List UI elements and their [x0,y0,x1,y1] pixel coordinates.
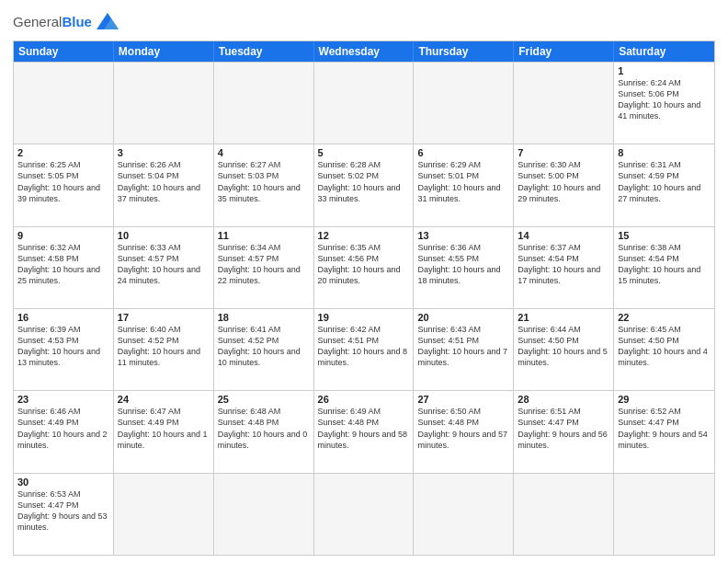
header-day-monday: Monday [114,41,214,62]
day-info: Sunrise: 6:29 AM Sunset: 5:01 PM Dayligh… [417,159,509,204]
day-info: Sunrise: 6:37 AM Sunset: 4:54 PM Dayligh… [518,242,609,287]
day-number: 18 [218,312,310,323]
day-number: 15 [618,230,711,241]
day-info: Sunrise: 6:42 AM Sunset: 4:51 PM Dayligh… [318,324,410,369]
day-info: Sunrise: 6:26 AM Sunset: 5:04 PM Dayligh… [118,159,210,204]
calendar-cell-12: 12Sunrise: 6:35 AM Sunset: 4:56 PM Dayli… [314,227,415,308]
day-info: Sunrise: 6:27 AM Sunset: 5:03 PM Dayligh… [218,159,310,204]
calendar-cell-13: 13Sunrise: 6:36 AM Sunset: 4:55 PM Dayli… [414,227,514,308]
calendar-cell-empty [414,63,514,144]
calendar-cell-10: 10Sunrise: 6:33 AM Sunset: 4:57 PM Dayli… [114,227,214,308]
calendar-cell-6: 6Sunrise: 6:29 AM Sunset: 5:01 PM Daylig… [414,144,514,225]
calendar-row-4: 16Sunrise: 6:39 AM Sunset: 4:53 PM Dayli… [14,308,714,390]
day-info: Sunrise: 6:53 AM Sunset: 4:47 PM Dayligh… [17,488,109,534]
calendar-cell-11: 11Sunrise: 6:34 AM Sunset: 4:57 PM Dayli… [214,227,314,308]
calendar-cell-17: 17Sunrise: 6:40 AM Sunset: 4:52 PM Dayli… [114,309,214,390]
day-info: Sunrise: 6:49 AM Sunset: 4:48 PM Dayligh… [318,406,410,451]
day-info: Sunrise: 6:34 AM Sunset: 4:57 PM Dayligh… [218,242,310,287]
calendar-cell-5: 5Sunrise: 6:28 AM Sunset: 5:02 PM Daylig… [314,144,415,225]
day-info: Sunrise: 6:38 AM Sunset: 4:54 PM Dayligh… [618,242,711,287]
calendar-cell-22: 22Sunrise: 6:45 AM Sunset: 4:50 PM Dayli… [614,309,714,390]
calendar-cell-empty [214,63,314,144]
calendar-body: 1Sunrise: 6:24 AM Sunset: 5:06 PM Daylig… [14,62,714,555]
header-day-friday: Friday [514,41,614,62]
calendar-cell-7: 7Sunrise: 6:30 AM Sunset: 5:00 PM Daylig… [514,144,614,225]
day-number: 24 [118,394,210,405]
day-number: 17 [118,312,210,323]
calendar-row-2: 2Sunrise: 6:25 AM Sunset: 5:05 PM Daylig… [14,144,714,225]
calendar-cell-27: 27Sunrise: 6:50 AM Sunset: 4:48 PM Dayli… [414,391,514,472]
day-info: Sunrise: 6:46 AM Sunset: 4:49 PM Dayligh… [17,406,109,451]
calendar-cell-empty [214,474,314,555]
day-info: Sunrise: 6:33 AM Sunset: 4:57 PM Dayligh… [118,242,210,287]
calendar-row-5: 23Sunrise: 6:46 AM Sunset: 4:49 PM Dayli… [14,390,714,472]
day-number: 25 [218,394,310,405]
calendar-row-1: 1Sunrise: 6:24 AM Sunset: 5:06 PM Daylig… [14,62,714,144]
calendar-cell-empty [514,474,614,555]
calendar-cell-30: 30Sunrise: 6:53 AM Sunset: 4:47 PM Dayli… [14,474,114,555]
logo-blue: Blue [62,14,92,29]
day-number: 1 [618,65,711,76]
day-number: 3 [118,147,210,158]
calendar-cell-28: 28Sunrise: 6:51 AM Sunset: 4:47 PM Dayli… [514,391,614,472]
logo: GeneralBlue [13,9,120,35]
day-info: Sunrise: 6:52 AM Sunset: 4:47 PM Dayligh… [618,406,711,451]
day-info: Sunrise: 6:25 AM Sunset: 5:05 PM Dayligh… [17,159,109,204]
logo-text: GeneralBlue [13,14,92,29]
calendar-cell-23: 23Sunrise: 6:46 AM Sunset: 4:49 PM Dayli… [14,391,114,472]
logo-icon [95,9,120,35]
day-info: Sunrise: 6:41 AM Sunset: 4:52 PM Dayligh… [218,324,310,369]
calendar-cell-3: 3Sunrise: 6:26 AM Sunset: 5:04 PM Daylig… [114,144,214,225]
day-number: 30 [17,477,109,488]
day-info: Sunrise: 6:36 AM Sunset: 4:55 PM Dayligh… [417,242,509,287]
day-number: 10 [118,230,210,241]
calendar-cell-empty [514,63,614,144]
day-info: Sunrise: 6:24 AM Sunset: 5:06 PM Dayligh… [618,77,711,122]
day-info: Sunrise: 6:28 AM Sunset: 5:02 PM Dayligh… [318,159,410,204]
calendar-cell-empty [414,474,514,555]
calendar-cell-18: 18Sunrise: 6:41 AM Sunset: 4:52 PM Dayli… [214,309,314,390]
day-number: 16 [17,312,109,323]
calendar-cell-20: 20Sunrise: 6:43 AM Sunset: 4:51 PM Dayli… [414,309,514,390]
header-day-sunday: Sunday [14,41,114,62]
day-info: Sunrise: 6:51 AM Sunset: 4:47 PM Dayligh… [518,406,609,451]
calendar-cell-empty [614,474,714,555]
calendar-cell-empty [314,474,415,555]
calendar-cell-16: 16Sunrise: 6:39 AM Sunset: 4:53 PM Dayli… [14,309,114,390]
day-number: 2 [17,147,109,158]
day-number: 7 [518,147,609,158]
day-info: Sunrise: 6:45 AM Sunset: 4:50 PM Dayligh… [618,324,711,369]
day-number: 28 [518,394,609,405]
calendar-cell-empty [314,63,415,144]
day-number: 23 [17,394,109,405]
day-number: 22 [618,312,711,323]
day-number: 4 [218,147,310,158]
day-number: 13 [417,230,509,241]
calendar-cell-14: 14Sunrise: 6:37 AM Sunset: 4:54 PM Dayli… [514,227,614,308]
calendar-cell-26: 26Sunrise: 6:49 AM Sunset: 4:48 PM Dayli… [314,391,415,472]
calendar: SundayMondayTuesdayWednesdayThursdayFrid… [13,40,715,556]
header-day-saturday: Saturday [614,41,714,62]
calendar-cell-24: 24Sunrise: 6:47 AM Sunset: 4:49 PM Dayli… [114,391,214,472]
day-number: 11 [218,230,310,241]
day-number: 14 [518,230,609,241]
day-info: Sunrise: 6:47 AM Sunset: 4:49 PM Dayligh… [118,406,210,451]
calendar-cell-15: 15Sunrise: 6:38 AM Sunset: 4:54 PM Dayli… [614,227,714,308]
day-info: Sunrise: 6:31 AM Sunset: 4:59 PM Dayligh… [618,159,711,204]
calendar-cell-8: 8Sunrise: 6:31 AM Sunset: 4:59 PM Daylig… [614,144,714,225]
calendar-cell-9: 9Sunrise: 6:32 AM Sunset: 4:58 PM Daylig… [14,227,114,308]
day-number: 12 [318,230,410,241]
calendar-row-6: 30Sunrise: 6:53 AM Sunset: 4:47 PM Dayli… [14,473,714,555]
day-info: Sunrise: 6:30 AM Sunset: 5:00 PM Dayligh… [518,159,609,204]
day-number: 26 [318,394,410,405]
day-info: Sunrise: 6:39 AM Sunset: 4:53 PM Dayligh… [17,324,109,369]
header-day-wednesday: Wednesday [314,41,415,62]
day-number: 21 [518,312,609,323]
day-number: 27 [417,394,509,405]
calendar-cell-1: 1Sunrise: 6:24 AM Sunset: 5:06 PM Daylig… [614,63,714,144]
day-number: 20 [417,312,509,323]
header-day-thursday: Thursday [414,41,514,62]
calendar-header: SundayMondayTuesdayWednesdayThursdayFrid… [14,41,714,62]
day-info: Sunrise: 6:40 AM Sunset: 4:52 PM Dayligh… [118,324,210,369]
calendar-cell-empty [114,474,214,555]
